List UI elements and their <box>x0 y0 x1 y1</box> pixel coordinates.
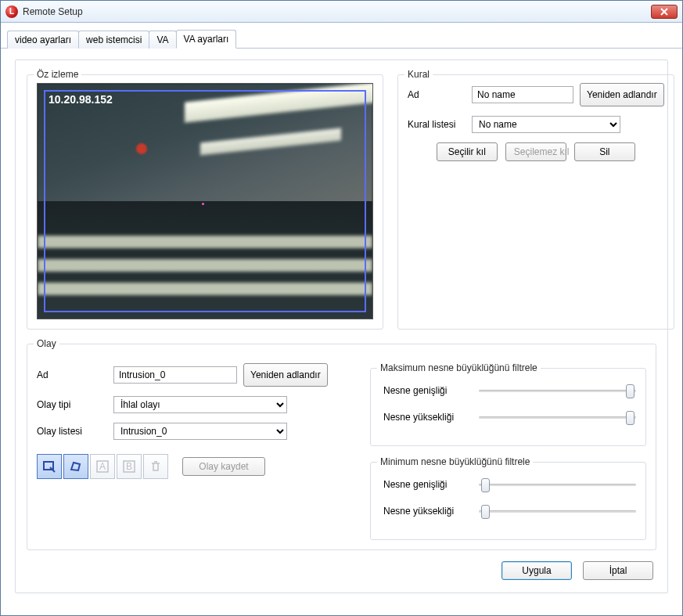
video-preview[interactable]: 10.20.98.152 <box>37 83 373 319</box>
zone-b-icon: B <box>122 459 136 474</box>
max-width-slider[interactable] <box>479 383 636 398</box>
event-group: Olay Ad Yeniden adlandır Olay tipi İhlal… <box>27 344 656 550</box>
min-width-slider[interactable] <box>479 477 636 492</box>
event-type-label: Olay tipi <box>37 399 107 410</box>
min-filter-group: Minimum nesne büyüklüğünü filtrele Nesne… <box>370 462 646 540</box>
event-list-label: Olay listesi <box>37 426 107 437</box>
tool-draw-poly-button[interactable] <box>63 454 88 479</box>
min-filter-legend: Minimum nesne büyüklüğünü filtrele <box>377 456 533 467</box>
rule-unselectable-button[interactable]: Seçilemez kıl <box>505 142 566 161</box>
trash-icon <box>149 459 163 474</box>
rule-rename-button[interactable]: Yeniden adlandır <box>580 83 664 106</box>
event-list-select[interactable]: Intrusion_0 <box>113 423 287 440</box>
tab-web-client[interactable]: web istemcisi <box>78 31 149 49</box>
rule-group: Kural Ad Yeniden adlandır Kural listesi … <box>397 74 674 330</box>
close-icon <box>660 8 669 16</box>
svg-text:B: B <box>126 461 132 472</box>
tool-zone-b-button: B <box>117 454 142 479</box>
dialog-footer: Uygula İptal <box>27 561 656 580</box>
max-height-slider[interactable] <box>479 409 636 425</box>
max-width-label: Nesne genişliği <box>383 385 471 396</box>
rule-delete-button[interactable]: Sil <box>574 142 635 161</box>
min-width-label: Nesne genişliği <box>383 479 471 490</box>
roi-center-dot-icon <box>202 203 204 205</box>
max-height-label: Nesne yüksekliği <box>383 412 471 423</box>
max-filter-group: Maksimum nesne büyüklüğünü filtrele Nesn… <box>370 368 646 446</box>
tab-va-settings[interactable]: VA ayarları <box>176 30 237 49</box>
rule-name-input[interactable] <box>472 86 573 103</box>
rule-legend: Kural <box>404 69 433 80</box>
titlebar: L Remote Setup <box>1 1 682 23</box>
draw-poly-icon <box>69 459 83 474</box>
event-legend: Olay <box>34 338 59 349</box>
event-name-label: Ad <box>37 369 107 380</box>
app-logo-icon: L <box>5 5 18 18</box>
apply-button[interactable]: Uygula <box>501 561 572 580</box>
rule-name-label: Ad <box>408 89 466 100</box>
event-type-select[interactable]: İhlal olayı <box>113 396 287 413</box>
min-height-label: Nesne yüksekliği <box>383 506 471 517</box>
content-area: Öz izleme 10.20.98.152 Ku <box>1 49 682 604</box>
event-rename-button[interactable]: Yeniden adlandır <box>243 363 328 387</box>
zone-a-icon: A <box>95 459 110 474</box>
rule-selectable-button[interactable]: Seçilir kıl <box>437 142 498 161</box>
rule-list-select[interactable]: No name <box>472 116 620 133</box>
event-left-panel: Ad Yeniden adlandır Olay tipi İhlal olay… <box>37 363 358 540</box>
window-title: Remote Setup <box>23 6 83 17</box>
rule-list-label: Kural listesi <box>408 119 466 130</box>
tool-delete-zone-button <box>143 454 168 479</box>
tab-bar: video ayarları web istemcisi VA VA ayarl… <box>1 23 682 49</box>
tool-draw-rect-button[interactable] <box>37 454 62 479</box>
event-save-button[interactable]: Olay kaydet <box>182 457 265 476</box>
remote-setup-window: L Remote Setup video ayarları web istemc… <box>0 0 683 616</box>
tab-video-settings[interactable]: video ayarları <box>7 31 79 49</box>
roi-rectangle <box>44 90 366 312</box>
preview-legend: Öz izleme <box>34 69 81 80</box>
svg-text:A: A <box>99 461 106 472</box>
main-panel: Öz izleme 10.20.98.152 Ku <box>15 59 668 593</box>
preview-group: Öz izleme 10.20.98.152 <box>27 74 383 330</box>
tool-zone-a-button: A <box>90 454 115 479</box>
window-close-button[interactable] <box>651 5 678 19</box>
max-filter-legend: Maksimum nesne büyüklüğünü filtrele <box>377 362 541 373</box>
event-name-input[interactable] <box>113 366 237 384</box>
preview-ip-overlay: 10.20.98.152 <box>49 93 113 106</box>
event-toolbar: A B Olay kaydet <box>37 454 358 479</box>
cancel-button[interactable]: İptal <box>583 561 653 580</box>
draw-rect-icon <box>42 459 56 474</box>
min-height-slider[interactable] <box>479 503 636 519</box>
tab-va[interactable]: VA <box>149 31 176 49</box>
